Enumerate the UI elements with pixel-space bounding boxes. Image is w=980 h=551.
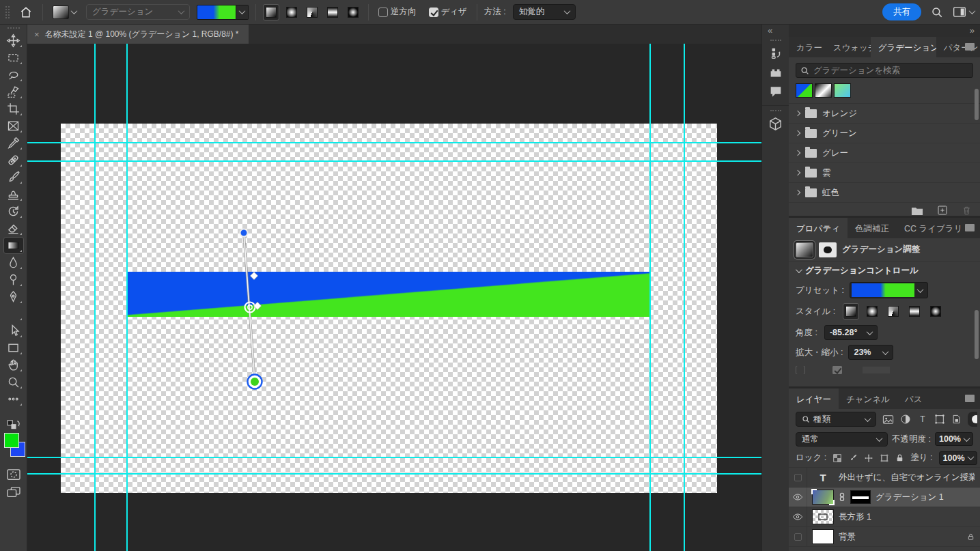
gradient-folder-row[interactable]: 雲 <box>789 163 980 183</box>
visibility-toggle[interactable] <box>789 488 807 507</box>
layer-mask-thumbnail[interactable] <box>850 490 871 504</box>
fill-dropdown[interactable]: 100% <box>939 451 977 465</box>
reverse-checkbox-group[interactable]: 逆方向 <box>376 5 419 19</box>
gradient-tool[interactable] <box>3 237 24 254</box>
screen-mode-icon[interactable] <box>6 486 21 498</box>
gradient-swatch-green-cyan[interactable] <box>834 83 851 98</box>
home-button[interactable] <box>16 4 36 20</box>
more-tool[interactable] <box>3 391 24 408</box>
gradient-search-field[interactable]: グラデーションを検索 <box>796 63 973 78</box>
tab-cc-libraries[interactable]: CC ライブラリ <box>897 218 970 238</box>
new-group-icon[interactable] <box>911 206 923 218</box>
collapse-panels-right[interactable]: » <box>789 25 980 37</box>
history-brush-tool[interactable] <box>3 203 24 220</box>
document-tab[interactable]: × 名称未設定 1 @ 100% (グラデーション 1, RGB/8#) * <box>27 25 249 44</box>
method-dropdown[interactable]: 知覚的 <box>513 4 576 20</box>
options-bar-grip[interactable] <box>5 6 10 18</box>
layer-row-background[interactable]: 背景 <box>789 527 980 547</box>
tab-color[interactable]: カラー <box>789 37 826 57</box>
blur-tool[interactable] <box>3 254 24 271</box>
visibility-toggle[interactable] <box>789 507 807 526</box>
scrollbar[interactable] <box>975 89 979 120</box>
chevron-right-icon[interactable] <box>795 150 800 156</box>
layer-row-shape[interactable]: 長方形 1 <box>789 507 980 527</box>
dither-checkbox[interactable] <box>429 8 438 17</box>
lock-transparency-icon[interactable] <box>832 453 842 463</box>
gradient-preview-chevron[interactable] <box>236 5 249 20</box>
gradient-folder-row[interactable]: 虹色 <box>789 183 980 203</box>
lock-artboard-icon[interactable] <box>880 453 889 463</box>
tool-preset-picker[interactable] <box>50 4 79 20</box>
opacity-dropdown[interactable]: 100% <box>935 432 973 446</box>
panel-menu-icon[interactable] <box>965 43 975 51</box>
angle-dropdown[interactable]: -85.28° <box>824 325 878 340</box>
rectangle-tool[interactable] <box>3 339 24 356</box>
move-tool[interactable] <box>3 32 24 49</box>
chevron-right-icon[interactable] <box>795 190 800 195</box>
filter-smart-objects-icon[interactable] <box>951 414 962 425</box>
scrollbar[interactable] <box>975 310 979 359</box>
dock-grip[interactable] <box>770 110 781 113</box>
tab-adjustments[interactable]: 色調補正 <box>848 218 897 238</box>
linear-style-button[interactable] <box>843 303 859 320</box>
brush-tool[interactable] <box>3 169 24 186</box>
hand-tool[interactable] <box>3 356 24 373</box>
3d-cube-icon[interactable] <box>766 114 786 133</box>
angle-style-button[interactable] <box>885 303 901 320</box>
marquee-tool[interactable] <box>3 49 24 66</box>
workspace-switcher[interactable] <box>953 6 975 18</box>
linear-gradient-button[interactable] <box>263 4 279 20</box>
eyedropper-tool[interactable] <box>3 135 24 152</box>
gradient-folder-row[interactable]: オレンジ <box>789 104 980 124</box>
chevron-right-icon[interactable] <box>795 170 800 175</box>
tab-layers[interactable]: レイヤー <box>789 388 839 409</box>
gradient-fill-thumbnail[interactable] <box>796 242 813 257</box>
gradient-preview[interactable] <box>197 5 236 20</box>
dock-grip[interactable] <box>770 40 781 42</box>
quick-mask-icon[interactable] <box>6 468 21 481</box>
filter-type-layers-icon[interactable]: T <box>917 414 928 425</box>
foreground-color-swatch[interactable] <box>4 433 19 448</box>
layer-filter-dropdown[interactable]: 種類 <box>796 412 876 427</box>
gradient-swatch-blue-green[interactable] <box>796 83 813 98</box>
lock-position-icon[interactable] <box>864 453 873 463</box>
panel-menu-icon[interactable] <box>965 224 975 231</box>
gradient-midpoint-diamond[interactable] <box>250 272 257 279</box>
filter-toggle[interactable] <box>968 412 977 427</box>
gradient-start-stop[interactable] <box>240 229 248 237</box>
new-gradient-icon[interactable] <box>937 205 948 218</box>
gradient-control-section-header[interactable]: グラデーションコントロール <box>789 262 980 280</box>
radial-style-button[interactable] <box>864 303 880 320</box>
tab-properties[interactable]: プロパティ <box>789 218 848 238</box>
tab-channels[interactable]: チャンネル <box>839 388 897 409</box>
preset-dropdown[interactable] <box>850 282 928 298</box>
radial-gradient-button[interactable] <box>283 4 300 20</box>
search-icon[interactable] <box>931 6 943 18</box>
chevron-right-icon[interactable] <box>795 130 800 136</box>
toolbar-grip[interactable] <box>8 27 20 31</box>
reflected-style-button[interactable] <box>906 303 923 320</box>
angle-gradient-button[interactable] <box>304 4 320 20</box>
pen-tool[interactable] <box>3 288 24 305</box>
filter-pixel-layers-icon[interactable] <box>882 414 894 425</box>
gradient-folder-row[interactable]: グリーン <box>789 124 980 143</box>
object-selection-tool[interactable] <box>3 83 24 100</box>
canvas-viewport[interactable] <box>27 44 761 551</box>
diamond-style-button[interactable] <box>927 303 944 320</box>
lock-all-icon[interactable] <box>895 453 904 463</box>
type-tool[interactable] <box>3 305 24 322</box>
scale-dropdown[interactable]: 23% <box>848 345 893 360</box>
frame-tool[interactable] <box>3 117 24 135</box>
delete-icon[interactable] <box>962 205 972 218</box>
share-button[interactable]: 共有 <box>882 3 921 20</box>
tab-swatches[interactable]: スウォッチ <box>826 37 871 57</box>
chevron-right-icon[interactable] <box>795 111 800 116</box>
filter-adjustment-layers-icon[interactable] <box>900 414 911 425</box>
eraser-tool[interactable] <box>3 220 24 237</box>
lasso-tool[interactable] <box>3 66 24 83</box>
blend-mode-dropdown[interactable]: 通常 <box>796 432 888 447</box>
reflected-gradient-button[interactable] <box>324 4 341 20</box>
layer-row-gradient[interactable]: グラデーション 1 <box>789 488 980 507</box>
version-history-icon[interactable] <box>766 44 786 63</box>
gradient-midpoint-diamond-faded[interactable] <box>255 328 262 336</box>
